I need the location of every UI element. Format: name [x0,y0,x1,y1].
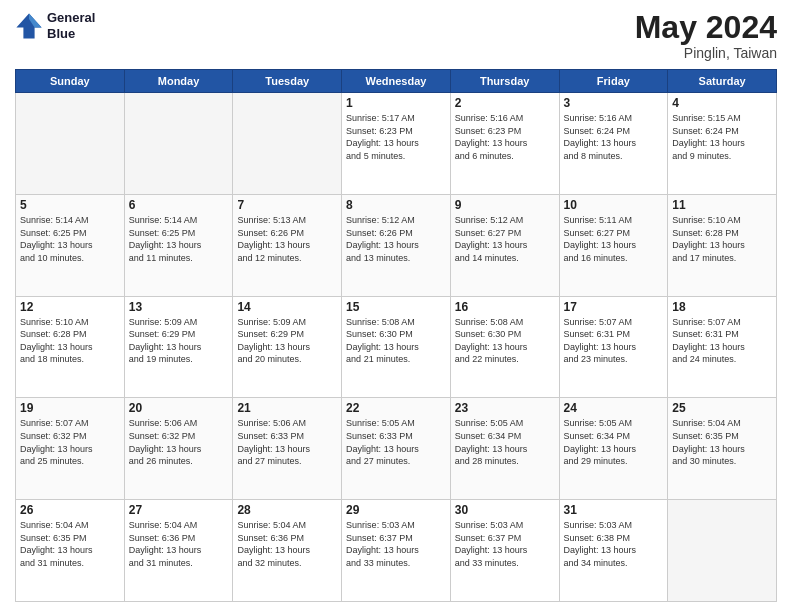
logo-icon [15,12,43,40]
calendar-cell [16,93,125,195]
day-number: 2 [455,96,555,110]
calendar-cell: 6Sunrise: 5:14 AM Sunset: 6:25 PM Daylig… [124,194,233,296]
day-info: Sunrise: 5:09 AM Sunset: 6:29 PM Dayligh… [237,316,337,366]
day-info: Sunrise: 5:05 AM Sunset: 6:34 PM Dayligh… [455,417,555,467]
calendar-cell: 21Sunrise: 5:06 AM Sunset: 6:33 PM Dayli… [233,398,342,500]
weekday-header-thursday: Thursday [450,70,559,93]
day-info: Sunrise: 5:16 AM Sunset: 6:23 PM Dayligh… [455,112,555,162]
calendar-cell: 19Sunrise: 5:07 AM Sunset: 6:32 PM Dayli… [16,398,125,500]
day-info: Sunrise: 5:11 AM Sunset: 6:27 PM Dayligh… [564,214,664,264]
weekday-header-sunday: Sunday [16,70,125,93]
day-number: 16 [455,300,555,314]
calendar-cell: 30Sunrise: 5:03 AM Sunset: 6:37 PM Dayli… [450,500,559,602]
calendar-cell: 22Sunrise: 5:05 AM Sunset: 6:33 PM Dayli… [342,398,451,500]
calendar-cell: 3Sunrise: 5:16 AM Sunset: 6:24 PM Daylig… [559,93,668,195]
calendar-cell: 16Sunrise: 5:08 AM Sunset: 6:30 PM Dayli… [450,296,559,398]
day-info: Sunrise: 5:10 AM Sunset: 6:28 PM Dayligh… [20,316,120,366]
day-number: 18 [672,300,772,314]
calendar-cell: 12Sunrise: 5:10 AM Sunset: 6:28 PM Dayli… [16,296,125,398]
day-info: Sunrise: 5:03 AM Sunset: 6:37 PM Dayligh… [455,519,555,569]
calendar-cell: 24Sunrise: 5:05 AM Sunset: 6:34 PM Dayli… [559,398,668,500]
calendar-cell: 25Sunrise: 5:04 AM Sunset: 6:35 PM Dayli… [668,398,777,500]
calendar-cell: 31Sunrise: 5:03 AM Sunset: 6:38 PM Dayli… [559,500,668,602]
calendar-cell: 5Sunrise: 5:14 AM Sunset: 6:25 PM Daylig… [16,194,125,296]
day-number: 15 [346,300,446,314]
day-info: Sunrise: 5:14 AM Sunset: 6:25 PM Dayligh… [129,214,229,264]
day-info: Sunrise: 5:10 AM Sunset: 6:28 PM Dayligh… [672,214,772,264]
calendar-cell: 2Sunrise: 5:16 AM Sunset: 6:23 PM Daylig… [450,93,559,195]
day-number: 9 [455,198,555,212]
weekday-header-friday: Friday [559,70,668,93]
day-info: Sunrise: 5:06 AM Sunset: 6:33 PM Dayligh… [237,417,337,467]
day-info: Sunrise: 5:03 AM Sunset: 6:37 PM Dayligh… [346,519,446,569]
day-number: 17 [564,300,664,314]
day-number: 8 [346,198,446,212]
title-block: May 2024 Pinglin, Taiwan [635,10,777,61]
logo-line1: General [47,10,95,26]
calendar-cell: 26Sunrise: 5:04 AM Sunset: 6:35 PM Dayli… [16,500,125,602]
header: General Blue May 2024 Pinglin, Taiwan [15,10,777,61]
calendar-cell: 13Sunrise: 5:09 AM Sunset: 6:29 PM Dayli… [124,296,233,398]
day-number: 4 [672,96,772,110]
day-number: 6 [129,198,229,212]
calendar-cell: 10Sunrise: 5:11 AM Sunset: 6:27 PM Dayli… [559,194,668,296]
week-row-4: 19Sunrise: 5:07 AM Sunset: 6:32 PM Dayli… [16,398,777,500]
day-info: Sunrise: 5:12 AM Sunset: 6:26 PM Dayligh… [346,214,446,264]
day-info: Sunrise: 5:07 AM Sunset: 6:31 PM Dayligh… [564,316,664,366]
logo-line2: Blue [47,26,95,42]
calendar-cell: 18Sunrise: 5:07 AM Sunset: 6:31 PM Dayli… [668,296,777,398]
day-number: 23 [455,401,555,415]
day-number: 10 [564,198,664,212]
day-info: Sunrise: 5:04 AM Sunset: 6:36 PM Dayligh… [129,519,229,569]
calendar-cell [233,93,342,195]
day-number: 12 [20,300,120,314]
day-info: Sunrise: 5:13 AM Sunset: 6:26 PM Dayligh… [237,214,337,264]
day-info: Sunrise: 5:08 AM Sunset: 6:30 PM Dayligh… [455,316,555,366]
calendar-cell: 29Sunrise: 5:03 AM Sunset: 6:37 PM Dayli… [342,500,451,602]
day-number: 21 [237,401,337,415]
day-info: Sunrise: 5:04 AM Sunset: 6:35 PM Dayligh… [20,519,120,569]
day-number: 20 [129,401,229,415]
day-info: Sunrise: 5:04 AM Sunset: 6:36 PM Dayligh… [237,519,337,569]
logo-text: General Blue [47,10,95,41]
week-row-3: 12Sunrise: 5:10 AM Sunset: 6:28 PM Dayli… [16,296,777,398]
day-info: Sunrise: 5:12 AM Sunset: 6:27 PM Dayligh… [455,214,555,264]
calendar-cell: 20Sunrise: 5:06 AM Sunset: 6:32 PM Dayli… [124,398,233,500]
calendar-table: SundayMondayTuesdayWednesdayThursdayFrid… [15,69,777,602]
calendar-cell: 7Sunrise: 5:13 AM Sunset: 6:26 PM Daylig… [233,194,342,296]
day-number: 26 [20,503,120,517]
weekday-header-saturday: Saturday [668,70,777,93]
day-info: Sunrise: 5:08 AM Sunset: 6:30 PM Dayligh… [346,316,446,366]
calendar-cell: 4Sunrise: 5:15 AM Sunset: 6:24 PM Daylig… [668,93,777,195]
day-info: Sunrise: 5:06 AM Sunset: 6:32 PM Dayligh… [129,417,229,467]
day-number: 25 [672,401,772,415]
day-info: Sunrise: 5:03 AM Sunset: 6:38 PM Dayligh… [564,519,664,569]
day-number: 29 [346,503,446,517]
day-info: Sunrise: 5:05 AM Sunset: 6:33 PM Dayligh… [346,417,446,467]
calendar-cell: 17Sunrise: 5:07 AM Sunset: 6:31 PM Dayli… [559,296,668,398]
day-info: Sunrise: 5:07 AM Sunset: 6:32 PM Dayligh… [20,417,120,467]
day-number: 1 [346,96,446,110]
day-info: Sunrise: 5:16 AM Sunset: 6:24 PM Dayligh… [564,112,664,162]
day-number: 11 [672,198,772,212]
calendar-cell: 28Sunrise: 5:04 AM Sunset: 6:36 PM Dayli… [233,500,342,602]
weekday-header-row: SundayMondayTuesdayWednesdayThursdayFrid… [16,70,777,93]
calendar-cell: 15Sunrise: 5:08 AM Sunset: 6:30 PM Dayli… [342,296,451,398]
day-info: Sunrise: 5:14 AM Sunset: 6:25 PM Dayligh… [20,214,120,264]
location: Pinglin, Taiwan [635,45,777,61]
calendar-cell [124,93,233,195]
calendar-cell: 9Sunrise: 5:12 AM Sunset: 6:27 PM Daylig… [450,194,559,296]
day-number: 3 [564,96,664,110]
day-info: Sunrise: 5:04 AM Sunset: 6:35 PM Dayligh… [672,417,772,467]
calendar-cell: 1Sunrise: 5:17 AM Sunset: 6:23 PM Daylig… [342,93,451,195]
day-number: 22 [346,401,446,415]
weekday-header-tuesday: Tuesday [233,70,342,93]
day-number: 14 [237,300,337,314]
week-row-5: 26Sunrise: 5:04 AM Sunset: 6:35 PM Dayli… [16,500,777,602]
day-info: Sunrise: 5:15 AM Sunset: 6:24 PM Dayligh… [672,112,772,162]
weekday-header-wednesday: Wednesday [342,70,451,93]
weekday-header-monday: Monday [124,70,233,93]
week-row-1: 1Sunrise: 5:17 AM Sunset: 6:23 PM Daylig… [16,93,777,195]
week-row-2: 5Sunrise: 5:14 AM Sunset: 6:25 PM Daylig… [16,194,777,296]
day-info: Sunrise: 5:17 AM Sunset: 6:23 PM Dayligh… [346,112,446,162]
